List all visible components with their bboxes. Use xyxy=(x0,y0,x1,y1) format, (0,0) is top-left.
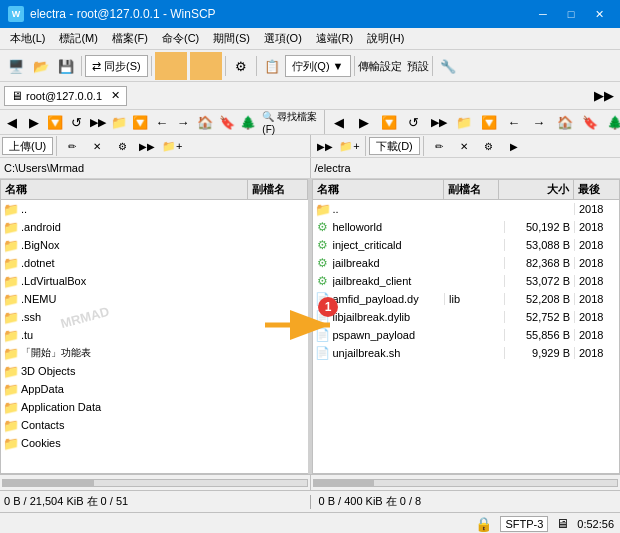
list-item[interactable]: 📁 .tu xyxy=(1,326,308,344)
tb-left-new[interactable]: 📁 xyxy=(109,110,129,134)
list-item[interactable]: 📁 AppData xyxy=(1,380,308,398)
right-col-date[interactable]: 最後 xyxy=(574,180,619,199)
tb-right-nav-prev[interactable]: ◀ xyxy=(327,110,351,134)
left-file-name: .dotnet xyxy=(21,257,55,269)
download-label: 下載(D) xyxy=(376,139,413,154)
tb-left-back[interactable]: ← xyxy=(152,110,172,134)
tb-delete-right[interactable]: ✕ xyxy=(452,134,476,158)
list-item[interactable]: 📁 .NEMU xyxy=(1,290,308,308)
tb-placeholder2[interactable] xyxy=(190,52,222,80)
tb-save[interactable]: 💾 xyxy=(54,54,78,78)
minimize-button[interactable]: ─ xyxy=(530,5,556,23)
list-item[interactable]: 📁 Application Data xyxy=(1,398,308,416)
tb-placeholder1[interactable] xyxy=(155,52,187,80)
tb-left-nav-next[interactable]: ▶ xyxy=(23,110,43,134)
r-date: 2018 xyxy=(574,221,619,233)
tb-props-right[interactable]: ⚙ xyxy=(477,134,501,158)
bottom-bar: 🔒 SFTP-3 🖥 0:52:56 xyxy=(0,512,620,533)
right-col-size[interactable]: 大小 xyxy=(499,180,574,199)
tb-left-filter2[interactable]: 🔽 xyxy=(130,110,150,134)
tb-newfolder-right[interactable]: 📁+ xyxy=(338,134,362,158)
list-item[interactable]: 📄 unjailbreak.sh 9,929 B 2018 xyxy=(313,344,620,362)
tb-right-bookmark[interactable]: 🔖 xyxy=(578,110,602,134)
upload-label: 上傳(U) xyxy=(9,139,46,154)
tb-left-more1[interactable]: ▶▶ xyxy=(87,110,107,134)
tb-left-refresh[interactable]: ↺ xyxy=(66,110,86,134)
menu-command[interactable]: 命令(C) xyxy=(156,29,205,48)
list-item[interactable]: 📁 3D Objects xyxy=(1,362,308,380)
queue-button[interactable]: 佇列(Q) ▼ xyxy=(285,55,351,77)
upload-button[interactable]: 上傳(U) xyxy=(2,137,53,155)
tb-right-more1[interactable]: ▶▶ xyxy=(427,110,451,134)
list-item[interactable]: 📄 amfid_payload.dy lib 52,208 B 2018 xyxy=(313,290,620,308)
session-tab[interactable]: 🖥 root@127.0.0.1 ✕ xyxy=(4,86,127,106)
list-item[interactable]: 📄 pspawn_payload 55,856 B 2018 xyxy=(313,326,620,344)
tb-new-session[interactable]: 🖥️ xyxy=(4,54,28,78)
list-item[interactable]: 📁 「開始」功能表 xyxy=(1,344,308,362)
menu-local[interactable]: 本地(L) xyxy=(4,29,51,48)
list-item[interactable]: ⚙ jailbreakd_client 53,072 B 2018 xyxy=(313,272,620,290)
tb-right-back[interactable]: ← xyxy=(502,110,526,134)
tb-edit-right[interactable]: ✏ xyxy=(427,134,451,158)
tb-right-refresh[interactable]: ↺ xyxy=(402,110,426,134)
tb-right-home[interactable]: 🏠 xyxy=(553,110,577,134)
session-close[interactable]: ✕ xyxy=(111,89,120,102)
menu-file[interactable]: 檔案(F) xyxy=(106,29,154,48)
left-file-name: AppData xyxy=(21,383,64,395)
download-button[interactable]: 下載(D) xyxy=(369,137,420,155)
menu-mark[interactable]: 標記(M) xyxy=(53,29,104,48)
list-item[interactable]: 📁 Cookies xyxy=(1,434,308,452)
tb-right-filter2[interactable]: 🔽 xyxy=(477,110,501,134)
right-row-parent[interactable]: 📁 .. 2018 xyxy=(313,200,620,218)
tb-settings[interactable]: ⚙ xyxy=(229,54,253,78)
left-file-name: .BigNox xyxy=(21,239,60,251)
menu-remote[interactable]: 遠端(R) xyxy=(310,29,359,48)
tb-more[interactable]: ▶▶ xyxy=(592,84,616,108)
tb-right-tree[interactable]: 🌲 xyxy=(603,110,620,134)
menu-help[interactable]: 說明(H) xyxy=(361,29,410,48)
left-status-text: 0 B / 21,504 KiB 在 0 / 51 xyxy=(4,494,128,509)
menu-options[interactable]: 選項(O) xyxy=(258,29,308,48)
tb-left-home[interactable]: 🏠 xyxy=(195,110,215,134)
tb-left-tree[interactable]: 🌲 xyxy=(238,110,258,134)
maximize-button[interactable]: □ xyxy=(558,5,584,23)
list-item[interactable]: ⚙ helloworld 50,192 B 2018 xyxy=(313,218,620,236)
list-item[interactable]: ⚙ inject_criticald 53,088 B 2018 xyxy=(313,236,620,254)
tb-open[interactable]: 📂 xyxy=(29,54,53,78)
time-label: 0:52:56 xyxy=(577,518,614,530)
list-item[interactable]: 📁 .LdVirtualBox xyxy=(1,272,308,290)
tb-props-left[interactable]: ⚙ xyxy=(110,134,134,158)
tb-left-nav-prev[interactable]: ◀ xyxy=(2,110,22,134)
tb-more-right[interactable]: ▶ xyxy=(502,134,526,158)
close-button[interactable]: ✕ xyxy=(586,5,612,23)
left-col-name[interactable]: 名稱 xyxy=(1,180,248,199)
list-item[interactable]: ⚙ jailbreakd 82,368 B 2018 xyxy=(313,254,620,272)
left-col-ext[interactable]: 副檔名 xyxy=(248,180,308,199)
tb-left-fwd[interactable]: → xyxy=(173,110,193,134)
list-item[interactable]: 📁 .android xyxy=(1,218,308,236)
right-col-name[interactable]: 名稱 xyxy=(313,180,445,199)
folder-icon: 📁 xyxy=(3,273,19,289)
tb-config[interactable]: 🔧 xyxy=(436,54,460,78)
tb-more-right2[interactable]: ▶▶ xyxy=(313,134,337,158)
tb-delete-left[interactable]: ✕ xyxy=(85,134,109,158)
list-item[interactable]: 📁 .ssh xyxy=(1,308,308,326)
tb-left-filter[interactable]: 🔽 xyxy=(45,110,65,134)
tb-right-fwd[interactable]: → xyxy=(527,110,551,134)
list-item[interactable]: 📄 libjailbreak.dylib 52,752 B 2018 xyxy=(313,308,620,326)
tb-right-nav-next[interactable]: ▶ xyxy=(352,110,376,134)
tb-more-left[interactable]: ▶▶ xyxy=(135,134,159,158)
sync-button[interactable]: ⇄ 同步(S) xyxy=(85,55,148,77)
list-item[interactable]: 📁 .BigNox xyxy=(1,236,308,254)
left-row-parent[interactable]: 📁 .. xyxy=(1,200,308,218)
tb-queue[interactable]: 📋 xyxy=(260,54,284,78)
tb-edit-left[interactable]: ✏ xyxy=(60,134,84,158)
right-col-ext[interactable]: 副檔名 xyxy=(444,180,499,199)
menu-session[interactable]: 期間(S) xyxy=(207,29,256,48)
list-item[interactable]: 📁 .dotnet xyxy=(1,254,308,272)
tb-right-filter[interactable]: 🔽 xyxy=(377,110,401,134)
list-item[interactable]: 📁 Contacts xyxy=(1,416,308,434)
tb-newfolder-left[interactable]: 📁+ xyxy=(160,134,184,158)
tb-left-bookmark[interactable]: 🔖 xyxy=(217,110,237,134)
tb-right-new[interactable]: 📁 xyxy=(452,110,476,134)
